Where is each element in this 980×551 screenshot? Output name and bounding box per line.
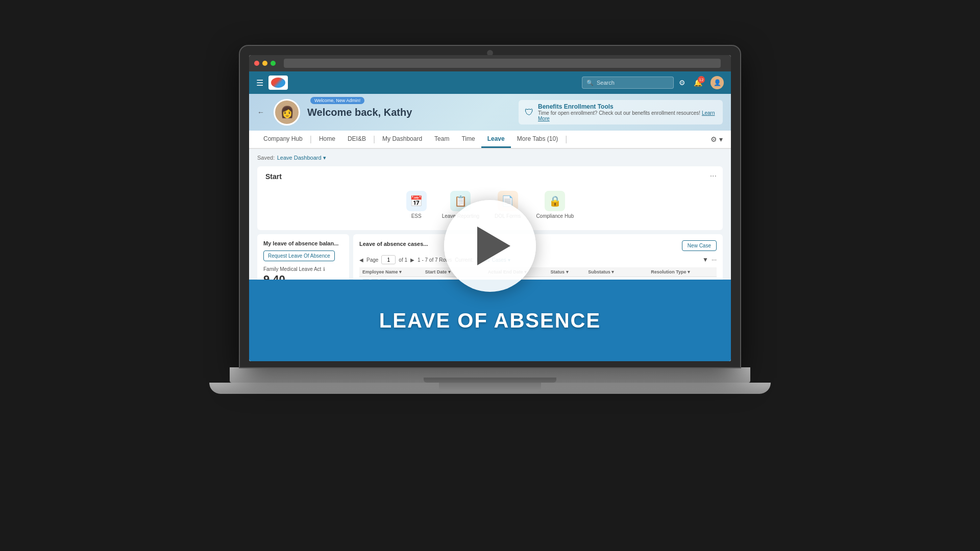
- nav-deib[interactable]: DEI&B: [341, 131, 372, 148]
- video-banner: LEAVE OF ABSENCE: [249, 280, 731, 361]
- dol-forms-icon: 📄: [498, 191, 518, 211]
- back-button[interactable]: ←: [257, 108, 264, 116]
- url-bar[interactable]: [284, 59, 721, 68]
- enrollment-icon: 🛡: [525, 107, 534, 118]
- leave-reporting-icon: 📋: [450, 191, 471, 211]
- request-leave-button[interactable]: Request Leave Of Absence: [263, 251, 335, 261]
- dashboard-area: Saved: Leave Dashboard ▾ Start 📅 ESS: [249, 149, 731, 361]
- start-card-more-button[interactable]: ···: [710, 171, 717, 181]
- welcome-banner: ← Welcome, New Admin! 👩 Welcome back, Ka…: [249, 94, 731, 131]
- compliance-icon: 🔒: [545, 191, 565, 211]
- search-placeholder: Search: [597, 80, 615, 86]
- page-label: Page: [366, 257, 378, 263]
- leave-reporting-label: Leave Reporting: [442, 213, 479, 219]
- dashboard-link[interactable]: Leave Dashboard ▾: [277, 155, 326, 161]
- compliance-label: Compliance Hub: [536, 213, 574, 219]
- admin-badge: Welcome, New Admin!: [310, 97, 364, 104]
- col-header-end: Actual End Date ▾: [488, 269, 551, 274]
- user-avatar: 👩: [274, 99, 300, 126]
- secondary-navbar: Company Hub | Home DEI&B | My Dashboard …: [249, 131, 731, 149]
- table-header-row: Employee Name ▾ Start Date ▾ Actual End …: [359, 267, 717, 277]
- col-header-substatus: Substatus ▾: [588, 269, 651, 274]
- top-navbar: ☰ 🔍 Search ⚙ 🔔 12 👤: [249, 71, 731, 94]
- enrollment-desc: Time for open enrollment? Check out our …: [538, 110, 717, 121]
- ess-label: ESS: [411, 213, 422, 219]
- dol-forms-label: DOL Forms: [495, 213, 521, 219]
- dashboard-header: Saved: Leave Dashboard ▾: [249, 149, 731, 166]
- user-avatar-icon[interactable]: 👤: [710, 76, 724, 89]
- cases-title: Leave of absence cases...: [359, 241, 428, 247]
- saved-label: Saved:: [257, 155, 275, 161]
- close-dot[interactable]: [254, 61, 259, 66]
- quick-link-compliance[interactable]: 🔒 Compliance Hub: [536, 191, 574, 219]
- laptop-base: [230, 367, 750, 383]
- nav-time[interactable]: Time: [455, 131, 481, 148]
- settings-nav-icon[interactable]: ⚙: [679, 79, 685, 87]
- start-card-title: Start: [265, 172, 715, 181]
- col-header-status: Status ▾: [551, 269, 589, 274]
- browser-chrome: [249, 55, 731, 71]
- nav-my-dashboard[interactable]: My Dashboard: [376, 131, 428, 148]
- search-icon: 🔍: [586, 80, 594, 86]
- notification-count: 12: [698, 76, 705, 83]
- filter-icon[interactable]: ▼: [702, 256, 708, 263]
- rows-info: 1 - 7 of 7 Rows: [418, 257, 452, 263]
- page-number-input[interactable]: [381, 255, 396, 264]
- leave-balance-title: My leave of absence balan...: [263, 240, 343, 246]
- quick-link-dol-forms[interactable]: 📄 DOL Forms: [495, 191, 521, 219]
- cases-header: Leave of absence cases... New Case: [359, 240, 717, 251]
- of-label: of 1: [399, 257, 407, 263]
- welcome-greeting: Welcome back, Kathy: [307, 107, 412, 118]
- current-label: Current:: [455, 257, 473, 263]
- enrollment-banner: 🛡 Benefits Enrollment Tools Time for ope…: [519, 100, 723, 124]
- laptop-device: ☰ 🔍 Search ⚙ 🔔 12 👤: [235, 46, 745, 505]
- notifications-icon[interactable]: 🔔 12: [694, 79, 702, 87]
- screen-bezel: ☰ 🔍 Search ⚙ 🔔 12 👤: [240, 46, 740, 367]
- quick-link-ess[interactable]: 📅 ESS: [406, 191, 427, 219]
- filter-dropdown[interactable]: Leave Cases ▾: [476, 257, 510, 263]
- minimize-dot[interactable]: [262, 61, 267, 66]
- fullscreen-dot[interactable]: [271, 61, 276, 66]
- nav-company-hub[interactable]: Company Hub: [257, 131, 309, 148]
- col-header-resolution: Resolution Type ▾: [651, 269, 714, 274]
- laptop-hinge: [424, 378, 556, 383]
- hamburger-menu-icon[interactable]: ☰: [256, 78, 263, 88]
- col-header-employee: Employee Name ▾: [362, 269, 425, 274]
- laptop-bottom-base: [209, 383, 771, 394]
- ess-icon: 📅: [406, 191, 427, 211]
- nav-leave[interactable]: Leave: [481, 131, 511, 148]
- logo-inner: [271, 78, 285, 88]
- fmla-label: Family Medical Leave Act ℹ: [263, 266, 343, 272]
- quick-links-container: 📅 ESS 📋 Leave Reporting 📄 DOL Forms: [265, 186, 715, 224]
- trackpad[interactable]: [439, 383, 541, 392]
- screen: ☰ 🔍 Search ⚙ 🔔 12 👤: [249, 55, 731, 361]
- nav-team[interactable]: Team: [428, 131, 455, 148]
- new-case-button[interactable]: New Case: [682, 240, 717, 251]
- video-banner-text: LEAVE OF ABSENCE: [379, 309, 601, 332]
- nav-more-tabs[interactable]: More Tabs (10): [511, 131, 564, 148]
- company-logo[interactable]: [268, 76, 288, 90]
- next-page-btn[interactable]: ▶: [410, 257, 414, 263]
- col-header-start: Start Date ▾: [425, 269, 488, 274]
- search-box[interactable]: 🔍 Search: [582, 77, 674, 89]
- nav-home[interactable]: Home: [313, 131, 341, 148]
- more-options-icon[interactable]: ···: [712, 256, 717, 263]
- prev-page-btn[interactable]: ◀: [359, 257, 363, 263]
- app-content: ☰ 🔍 Search ⚙ 🔔 12 👤: [249, 71, 731, 361]
- enrollment-info: Benefits Enrollment Tools Time for open …: [538, 103, 717, 121]
- enrollment-title: Benefits Enrollment Tools: [538, 103, 717, 110]
- nav-settings-icon[interactable]: ⚙ ▾: [710, 135, 723, 143]
- pagination-row: ◀ Page of 1 ▶ 1 - 7 of 7 Rows Current: L…: [359, 255, 717, 264]
- quick-link-leave-reporting[interactable]: 📋 Leave Reporting: [442, 191, 479, 219]
- start-card: Start 📅 ESS 📋 Leave Reporting: [257, 166, 723, 230]
- fmla-info-icon[interactable]: ℹ: [323, 266, 325, 272]
